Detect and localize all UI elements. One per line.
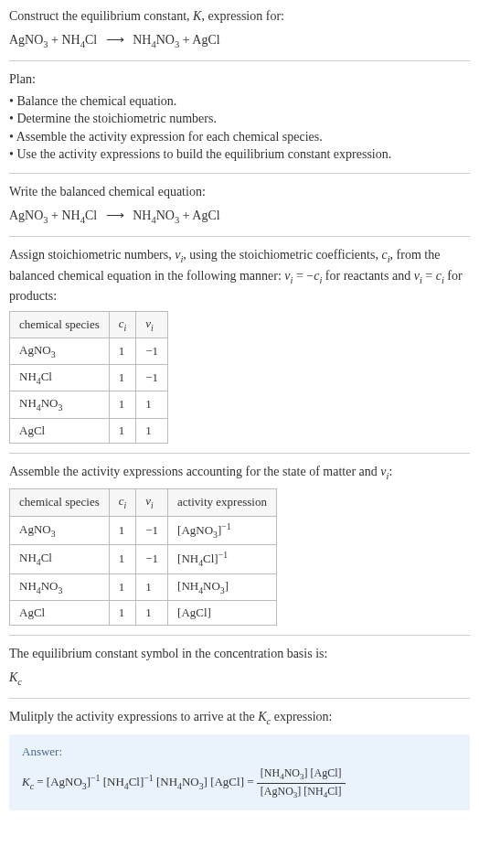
- table-row: NH4Cl 1 −1 [NH4Cl]−1: [10, 545, 277, 574]
- divider: [9, 635, 470, 636]
- balanced-title: Write the balanced chemical equation:: [9, 183, 470, 201]
- table-row: AgCl 1 1 [AgCl]: [10, 600, 277, 625]
- intro-part2: , expression for:: [201, 9, 284, 23]
- answer-fraction: [NH4NO3] [AgCl][AgNO3] [NH4Cl]: [257, 766, 346, 801]
- intro-text: Construct the equilibrium constant, K, e…: [9, 7, 470, 26]
- plan-list: Balance the chemical equation. Determine…: [9, 92, 470, 164]
- activity-text: Assemble the activity expressions accoun…: [9, 463, 470, 483]
- plan-item: Use the activity expressions to build th…: [9, 145, 470, 164]
- th-species: chemical species: [10, 311, 110, 338]
- plan-block: Plan: Balance the chemical equation. Det…: [9, 70, 470, 164]
- table-header-row: chemical species ci νi: [10, 311, 168, 338]
- multiply-text: Mulitply the activity expressions to arr…: [9, 708, 470, 728]
- table-row: AgCl 1 1: [10, 418, 168, 443]
- eq1-r1: AgNO: [9, 33, 43, 47]
- table-row: NH4NO3 1 1 [NH4NO3]: [10, 573, 277, 600]
- stoich-table: chemical species ci νi AgNO3 1 −1 NH4Cl …: [9, 311, 168, 444]
- eq1-p1: NH: [133, 33, 151, 47]
- table-row: AgNO3 1 −1: [10, 338, 168, 364]
- divider: [9, 453, 470, 454]
- answer-label: Answer:: [22, 744, 457, 760]
- plan-item: Determine the stoichiometric numbers.: [9, 110, 470, 128]
- divider: [9, 173, 470, 174]
- eq1-plus1: +: [48, 33, 62, 47]
- intro-K: K: [193, 9, 201, 23]
- eq1-arrow: ⟶: [101, 33, 130, 47]
- table-row: NH4NO3 1 1: [10, 391, 168, 418]
- table-row: AgNO3 1 −1 [AgNO3]−1: [10, 516, 277, 545]
- stoich-text: Assign stoichiometric numbers, νi, using…: [9, 246, 470, 305]
- answer-box: Answer: Kc = [AgNO3]−1 [NH4Cl]−1 [NH4NO3…: [9, 734, 470, 810]
- eq1-plus2: +: [179, 33, 192, 47]
- table-row: NH4Cl 1 −1: [10, 365, 168, 391]
- kc-symbol: Kc: [9, 669, 470, 689]
- equation-2: AgNO3 + NH4Cl ⟶ NH4NO3 + AgCl: [9, 207, 470, 227]
- eq1-p1b: NO: [156, 33, 175, 47]
- divider: [9, 60, 470, 61]
- kc-symbol-text: The equilibrium constant symbol in the c…: [9, 645, 470, 663]
- plan-item: Assemble the activity expression for eac…: [9, 128, 470, 146]
- table-header-row: chemical species ci νi activity expressi…: [10, 489, 277, 516]
- plan-item: Balance the chemical equation.: [9, 92, 470, 111]
- plan-title: Plan:: [9, 70, 470, 89]
- divider: [9, 236, 470, 237]
- answer-expression: Kc = [AgNO3]−1 [NH4Cl]−1 [NH4NO3] [AgCl]…: [22, 766, 457, 801]
- th-vi: νi: [136, 311, 168, 338]
- eq1-p2: AgCl: [192, 33, 219, 47]
- divider: [9, 698, 470, 699]
- equation-1: AgNO3 + NH4Cl ⟶ NH4NO3 + AgCl: [9, 31, 470, 51]
- activity-table: chemical species ci νi activity expressi…: [9, 488, 277, 626]
- eq1-r2: NH: [62, 33, 80, 47]
- th-ci: ci: [109, 311, 136, 338]
- eq1-r2b: Cl: [85, 33, 97, 47]
- intro-part1: Construct the equilibrium constant,: [9, 9, 193, 23]
